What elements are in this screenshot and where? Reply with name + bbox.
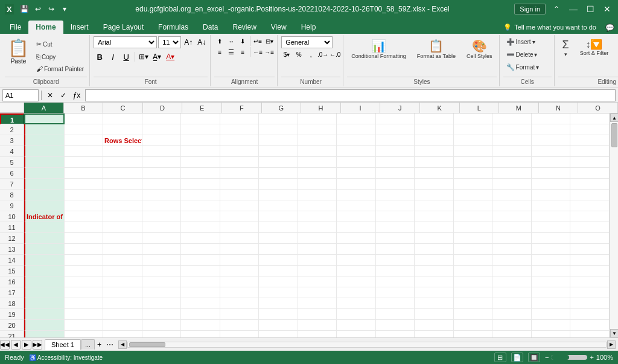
cell-c20[interactable] xyxy=(103,320,142,331)
cell-b9[interactable] xyxy=(65,200,104,211)
cell-d14[interactable] xyxy=(142,255,182,266)
increase-indent-button[interactable]: →≡ xyxy=(264,47,275,57)
cell-h13[interactable] xyxy=(298,244,337,255)
cell-i2[interactable] xyxy=(337,124,376,135)
cell-d10[interactable] xyxy=(142,211,182,222)
cell-l6[interactable] xyxy=(454,168,493,179)
cell-l5[interactable] xyxy=(454,157,493,168)
cell-b17[interactable] xyxy=(65,287,104,298)
cell-a5[interactable] xyxy=(24,157,65,168)
col-header-N[interactable]: N xyxy=(539,103,579,113)
cell-g2[interactable] xyxy=(259,124,298,135)
cell-i12[interactable] xyxy=(337,233,376,244)
cell-i5[interactable] xyxy=(337,157,376,168)
cell-b18[interactable] xyxy=(65,298,104,309)
cell-l14[interactable] xyxy=(454,255,493,266)
cell-f1[interactable] xyxy=(220,113,260,124)
cell-h4[interactable] xyxy=(298,146,337,157)
cell-o6[interactable] xyxy=(570,168,610,179)
ribbon-collapse-button[interactable]: ⌃ xyxy=(550,3,562,15)
cell-n20[interactable] xyxy=(532,320,571,331)
cell-o12[interactable] xyxy=(570,233,610,244)
cell-k15[interactable] xyxy=(415,266,454,276)
cell-d15[interactable] xyxy=(142,266,182,276)
cell-m15[interactable] xyxy=(492,266,532,276)
sheet-tab-sheet1[interactable]: Sheet 1 xyxy=(45,339,81,350)
cell-k17[interactable] xyxy=(415,287,454,298)
decrease-decimal-button[interactable]: ←.0 xyxy=(330,49,340,59)
tab-home[interactable]: Home xyxy=(28,21,63,34)
cell-a3[interactable] xyxy=(24,135,65,146)
cell-e12[interactable] xyxy=(181,233,220,244)
signin-button[interactable]: Sign in xyxy=(514,4,546,14)
cell-l2[interactable] xyxy=(454,124,493,135)
cell-l18[interactable] xyxy=(454,298,493,309)
cell-a18[interactable] xyxy=(24,298,65,309)
cell-l3[interactable] xyxy=(454,135,493,146)
cell-m1[interactable] xyxy=(492,113,532,124)
cell-e5[interactable] xyxy=(181,157,220,168)
cell-l17[interactable] xyxy=(454,287,493,298)
cell-k8[interactable] xyxy=(415,190,454,200)
cell-g15[interactable] xyxy=(259,266,298,276)
cell-o9[interactable] xyxy=(570,200,610,211)
cell-c2[interactable] xyxy=(103,124,142,135)
cell-d2[interactable] xyxy=(142,124,182,135)
cell-o19[interactable] xyxy=(570,309,610,320)
cell-j6[interactable] xyxy=(376,168,415,179)
cell-c21[interactable] xyxy=(103,331,142,337)
cell-n6[interactable] xyxy=(532,168,571,179)
cell-e18[interactable] xyxy=(181,298,220,309)
cell-i6[interactable] xyxy=(337,168,376,179)
cell-styles-button[interactable]: 🎨 Cell Styles xyxy=(462,36,497,62)
cell-e21[interactable] xyxy=(181,331,220,337)
cell-o21[interactable] xyxy=(570,331,610,337)
cell-f15[interactable] xyxy=(220,266,260,276)
cell-g12[interactable] xyxy=(259,233,298,244)
cell-l10[interactable] xyxy=(454,211,493,222)
col-header-M[interactable]: M xyxy=(499,103,539,113)
cell-m10[interactable] xyxy=(492,211,532,222)
col-header-L[interactable]: L xyxy=(460,103,500,113)
cell-h5[interactable] xyxy=(298,157,337,168)
row-number-17[interactable]: 17 xyxy=(0,287,24,298)
cell-h21[interactable] xyxy=(298,331,337,337)
cell-j10[interactable] xyxy=(376,211,415,222)
cell-n13[interactable] xyxy=(532,244,571,255)
cell-e11[interactable] xyxy=(181,222,220,233)
col-header-F[interactable]: F xyxy=(222,103,262,113)
cell-l7[interactable] xyxy=(454,179,493,190)
col-header-G[interactable]: G xyxy=(262,103,302,113)
cell-f13[interactable] xyxy=(220,244,260,255)
cell-c10[interactable] xyxy=(103,211,142,222)
cell-k5[interactable] xyxy=(415,157,454,168)
customize-sheets-icon[interactable]: ⋯ xyxy=(104,340,116,349)
cell-g18[interactable] xyxy=(259,298,298,309)
align-bottom-button[interactable]: ⬇ xyxy=(237,36,248,46)
cell-f6[interactable] xyxy=(220,168,260,179)
underline-button[interactable]: U xyxy=(120,51,132,63)
horizontal-scrollbar[interactable]: ◀ ▶ xyxy=(118,340,616,349)
align-top-button[interactable]: ⬆ xyxy=(214,36,225,46)
cell-h15[interactable] xyxy=(298,266,337,276)
maximize-button[interactable]: ☐ xyxy=(584,3,596,15)
cell-h9[interactable] xyxy=(298,200,337,211)
cell-h10[interactable] xyxy=(298,211,337,222)
font-color-button[interactable]: A▾ xyxy=(164,51,176,63)
cell-l19[interactable] xyxy=(454,309,493,320)
cell-h19[interactable] xyxy=(298,309,337,320)
cell-n3[interactable] xyxy=(532,135,571,146)
cell-b14[interactable] xyxy=(65,255,104,266)
row-number-18[interactable]: 18 xyxy=(0,298,24,309)
align-middle-button[interactable]: ↔ xyxy=(226,36,237,46)
cell-j12[interactable] xyxy=(376,233,415,244)
cell-g11[interactable] xyxy=(259,222,298,233)
cell-c15[interactable] xyxy=(103,266,142,276)
cell-e17[interactable] xyxy=(181,287,220,298)
cell-d13[interactable] xyxy=(142,244,182,255)
cell-c6[interactable] xyxy=(103,168,142,179)
scroll-right-button[interactable]: ▶ xyxy=(607,340,616,349)
col-header-D[interactable]: D xyxy=(143,103,183,113)
wrap-text-button[interactable]: ↵≡ xyxy=(252,36,263,46)
cell-b13[interactable] xyxy=(65,244,104,255)
